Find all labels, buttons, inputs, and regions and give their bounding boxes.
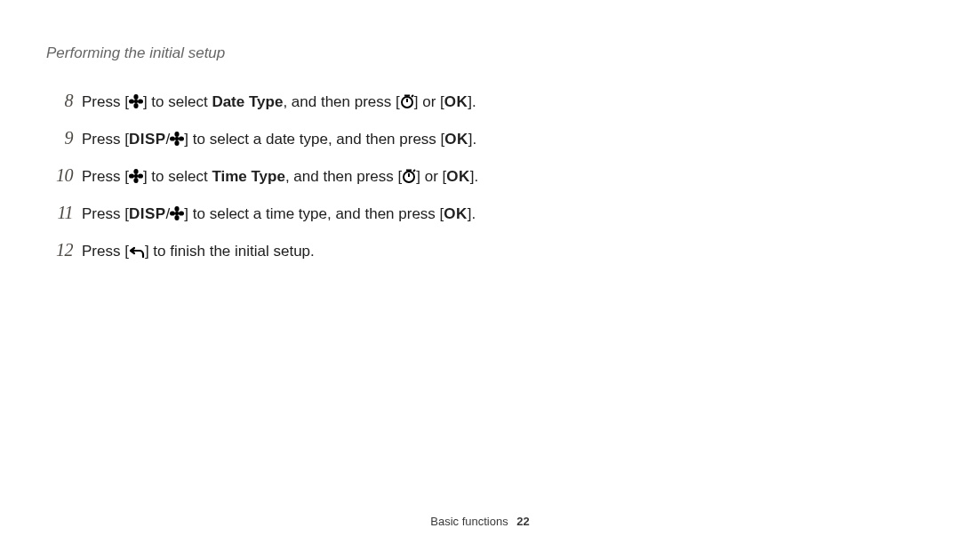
step-item: 9Press [DISP/] to select a date type, an… [46,124,914,151]
step-number: 10 [46,162,82,188]
step-number: 9 [46,124,82,151]
page-footer: Basic functions 22 [0,515,960,528]
footer-section: Basic functions [430,515,508,528]
macro-icon [170,206,184,220]
step-number: 12 [46,236,82,263]
step-number: 11 [46,199,82,226]
step-body: Press [] to select Time Type, and then p… [82,165,914,188]
step-body: Press [] to finish the initial setup. [82,240,914,263]
macro-icon [129,169,143,183]
ok-label: OK [446,168,470,185]
step-body: Press [DISP/] to select a date type, and… [82,128,914,151]
macro-icon [129,94,143,108]
steps-list: 8Press [] to select Date Type, and then … [46,87,914,263]
step-item: 8Press [] to select Date Type, and then … [46,87,914,114]
timer-icon [400,94,414,108]
step-number: 8 [46,87,82,114]
step-item: 10Press [] to select Time Type, and then… [46,162,914,188]
ok-label: OK [444,93,468,110]
section-title: Performing the initial setup [46,44,914,62]
manual-page: Performing the initial setup 8Press [] t… [0,0,960,560]
disp-label: DISP [129,205,166,222]
macro-icon [170,132,184,146]
step-item: 11Press [DISP/] to select a time type, a… [46,199,914,226]
step-body: Press [DISP/] to select a time type, and… [82,203,914,226]
emphasis: Time Type [212,168,285,185]
step-item: 12Press [] to finish the initial setup. [46,236,914,263]
step-body: Press [] to select Date Type, and then p… [82,91,914,114]
footer-page-number: 22 [516,515,529,528]
ok-label: OK [444,205,468,222]
back-icon [129,245,145,258]
timer-icon [402,169,416,183]
disp-label: DISP [129,131,166,148]
ok-label: OK [444,131,468,148]
emphasis: Date Type [212,93,283,110]
